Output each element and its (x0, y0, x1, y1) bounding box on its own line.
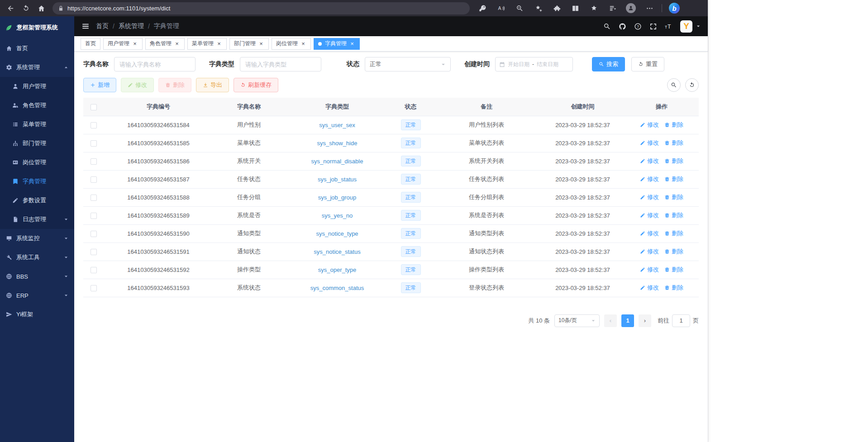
row-edit-button[interactable]: 修改 (640, 247, 659, 256)
sidebar-item-param-settings[interactable]: 参数设置 (0, 191, 74, 210)
breadcrumb-item[interactable]: 首页 (96, 22, 109, 30)
dict-type-link[interactable]: sys_user_sex (319, 122, 355, 128)
row-edit-button[interactable]: 修改 (640, 211, 659, 219)
navbar-font-size-button[interactable]: TT (665, 23, 672, 30)
breadcrumb-item[interactable]: 字典管理 (154, 22, 179, 30)
sidebar-item-erp[interactable]: ERP (0, 286, 74, 305)
chevron-down-icon[interactable] (696, 24, 701, 29)
row-delete-button[interactable]: 删除 (664, 266, 683, 274)
browser-more-button[interactable] (641, 2, 658, 14)
delete-button[interactable]: 删除 (158, 78, 191, 92)
row-delete-button[interactable]: 删除 (664, 229, 683, 238)
tab-role-mgmt[interactable]: 角色管理× (145, 38, 185, 50)
row-checkbox[interactable] (91, 231, 97, 237)
reset-button[interactable]: 重置 (631, 57, 664, 71)
toggle-search-button[interactable] (667, 78, 681, 92)
page-number-button[interactable]: 1 (621, 314, 634, 327)
sidebar-item-system-monitor[interactable]: 系统监控 (0, 229, 74, 248)
search-button[interactable]: 搜索 (592, 57, 625, 71)
row-delete-button[interactable]: 删除 (664, 284, 683, 292)
tab-dept-mgmt[interactable]: 部门管理× (229, 38, 269, 50)
status-select[interactable]: 正常 (365, 57, 451, 71)
sidebar-item-home[interactable]: 首页 (0, 39, 74, 58)
row-delete-button[interactable]: 删除 (664, 211, 683, 219)
sidebar-item-system-mgmt[interactable]: 系统管理 (0, 58, 74, 77)
browser-read-aloud-button[interactable]: A (493, 2, 509, 14)
row-delete-button[interactable]: 删除 (664, 193, 683, 201)
select-all-checkbox[interactable] (91, 104, 97, 110)
dict-type-link[interactable]: sys_normal_disable (311, 158, 363, 165)
add-button[interactable]: 新增 (83, 78, 116, 92)
next-page-button[interactable]: › (639, 314, 651, 327)
row-edit-button[interactable]: 修改 (640, 193, 659, 201)
app-logo[interactable]: 意框架管理系统 (0, 16, 74, 39)
user-avatar[interactable]: Y (680, 20, 692, 33)
dict-type-link[interactable]: sys_show_hide (317, 140, 358, 147)
refresh-table-button[interactable] (685, 78, 699, 92)
browser-refresh-button[interactable] (19, 2, 33, 14)
browser-address-bar[interactable]: https://ccnetcore.com:1101/system/dict (52, 2, 470, 14)
row-checkbox[interactable] (91, 267, 97, 273)
tab-menu-mgmt[interactable]: 菜单管理× (187, 38, 227, 50)
browser-copilot-button[interactable]: b (666, 2, 682, 14)
sidebar-item-bbs[interactable]: BBS (0, 267, 74, 286)
close-icon[interactable]: × (216, 41, 222, 47)
dict-type-link[interactable]: sys_job_group (318, 194, 357, 201)
browser-home-button[interactable] (34, 2, 48, 14)
row-delete-button[interactable]: 删除 (664, 247, 683, 256)
tab-user-mgmt[interactable]: 用户管理× (103, 38, 143, 50)
row-edit-button[interactable]: 修改 (640, 266, 659, 274)
tab-post-mgmt[interactable]: 岗位管理× (272, 38, 311, 50)
sidebar-item-user-mgmt[interactable]: 用户管理 (0, 77, 74, 96)
sidebar-item-post-mgmt[interactable]: 岗位管理 (0, 153, 74, 172)
browser-favorite-add-button[interactable] (530, 2, 546, 14)
sidebar-item-role-mgmt[interactable]: 角色管理 (0, 96, 74, 115)
dict-type-link[interactable]: sys_notice_status (314, 248, 360, 255)
navbar-help-button[interactable]: ? (634, 23, 642, 30)
sidebar-item-menu-mgmt[interactable]: 菜单管理 (0, 115, 74, 134)
navbar-github-button[interactable] (619, 23, 626, 30)
browser-profile-button[interactable] (623, 2, 639, 14)
browser-zoom-out-button[interactable] (511, 2, 528, 14)
row-edit-button[interactable]: 修改 (640, 175, 659, 183)
row-edit-button[interactable]: 修改 (640, 121, 659, 129)
page-size-select[interactable]: 10条/页 (554, 314, 600, 327)
dict-type-link[interactable]: sys_oper_type (318, 266, 357, 273)
date-range-picker[interactable]: 开始日期 - 结束日期 (495, 57, 573, 71)
dict-type-input[interactable] (240, 57, 321, 71)
navbar-search-button[interactable] (603, 23, 611, 30)
goto-page-input[interactable] (672, 314, 690, 327)
edit-button[interactable]: 修改 (121, 78, 154, 92)
row-checkbox[interactable] (91, 249, 97, 255)
dict-type-link[interactable]: sys_notice_type (316, 230, 358, 237)
sidebar-item-system-tools[interactable]: 系统工具 (0, 248, 74, 267)
navbar-fullscreen-button[interactable] (649, 23, 657, 30)
close-icon[interactable]: × (258, 41, 264, 47)
close-icon[interactable]: × (349, 41, 355, 47)
row-checkbox[interactable] (91, 285, 97, 291)
breadcrumb-item[interactable]: 系统管理 (119, 22, 144, 30)
dict-type-link[interactable]: sys_job_status (318, 176, 357, 183)
dict-type-link[interactable]: sys_common_status (310, 285, 364, 291)
row-checkbox[interactable] (91, 176, 97, 183)
browser-extensions-button[interactable] (548, 2, 565, 14)
prev-page-button[interactable]: ‹ (604, 314, 617, 327)
row-edit-button[interactable]: 修改 (640, 139, 659, 147)
export-button[interactable]: 导出 (196, 78, 229, 92)
row-delete-button[interactable]: 删除 (664, 175, 683, 183)
browser-key-button[interactable] (474, 2, 491, 14)
row-checkbox[interactable] (91, 122, 97, 128)
browser-split-screen-button[interactable] (567, 2, 583, 14)
row-delete-button[interactable]: 删除 (664, 157, 683, 165)
close-icon[interactable]: × (300, 41, 306, 47)
row-checkbox[interactable] (91, 195, 97, 201)
row-delete-button[interactable]: 删除 (664, 121, 683, 129)
row-edit-button[interactable]: 修改 (640, 157, 659, 165)
sidebar-item-log-mgmt[interactable]: 日志管理 (0, 210, 74, 229)
row-checkbox[interactable] (91, 158, 97, 165)
sidebar-toggle-icon[interactable] (81, 22, 90, 30)
refresh-cache-button[interactable]: 刷新缓存 (234, 78, 278, 92)
browser-back-button[interactable] (4, 2, 17, 14)
sidebar-item-dept-mgmt[interactable]: 部门管理 (0, 134, 74, 153)
close-icon[interactable]: × (174, 41, 180, 47)
